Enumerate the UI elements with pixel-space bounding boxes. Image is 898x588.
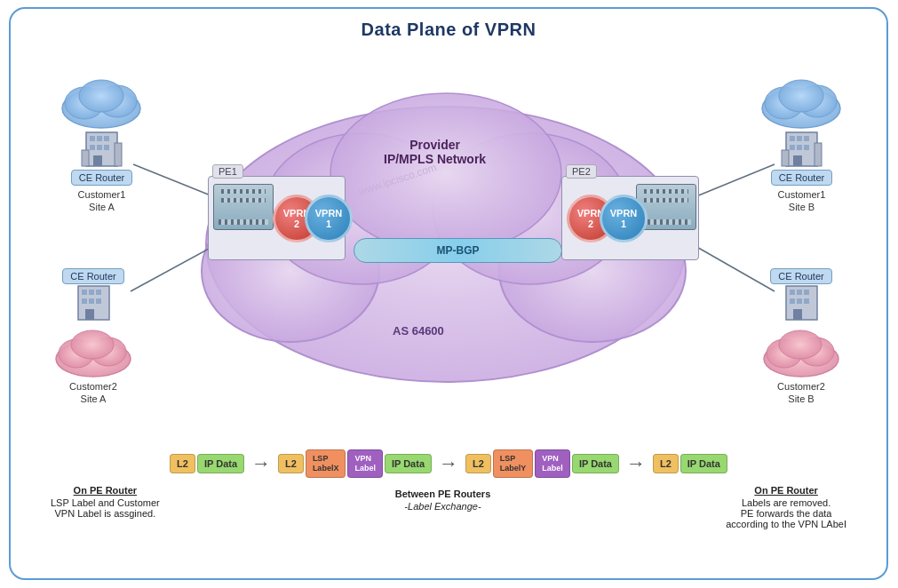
svg-rect-19: [115, 143, 122, 166]
pkt3-ipdata: IP Data: [572, 454, 619, 473]
ce-bottom-left-label: CE Router: [62, 268, 123, 284]
svg-rect-45: [815, 143, 822, 166]
svg-rect-12: [97, 136, 102, 141]
svg-rect-41: [797, 145, 802, 150]
svg-rect-49: [804, 290, 809, 295]
packet1: L2 IP Data: [170, 454, 244, 473]
arrow2: →: [439, 452, 458, 475]
svg-rect-18: [82, 150, 89, 166]
ce-bottom-right-pink-cloud: [761, 329, 841, 377]
arrow1: →: [251, 452, 271, 475]
svg-point-5: [330, 93, 561, 253]
c2-site-b-label: Customer2Site B: [777, 380, 825, 406]
ce-top-left-building: [77, 125, 126, 168]
pkt3-vpn: VPNLabel: [535, 449, 570, 478]
main-container: Data Plane of VPRN Provider IP/MPLS Netw…: [9, 7, 888, 580]
pkt2-ipdata: IP Data: [385, 454, 432, 473]
svg-rect-42: [804, 145, 809, 150]
ce-bottom-right-building: [777, 284, 826, 327]
svg-rect-13: [104, 136, 109, 141]
ce-bottom-left-group: CE Router Customer2Site A: [53, 266, 133, 406]
svg-rect-39: [804, 136, 809, 141]
svg-point-57: [779, 330, 822, 359]
pkt4-l2: L2: [653, 454, 679, 473]
svg-rect-15: [97, 145, 102, 150]
packet4: L2 IP Data: [653, 454, 727, 473]
svg-rect-38: [797, 136, 802, 141]
svg-rect-48: [797, 290, 802, 295]
ce-top-left-group: CE Router Customer1Site A: [60, 78, 144, 214]
c2-site-a-label: Customer2Site A: [69, 380, 117, 406]
svg-point-31: [71, 330, 114, 359]
flow-label-1: On PE Router LSP Label and Customer VPN …: [51, 485, 160, 519]
pe1-box: PE1 VPRN2 VPRN1: [208, 176, 346, 260]
flow-labels-row: On PE Router LSP Label and Customer VPN …: [24, 485, 873, 529]
svg-rect-23: [96, 290, 101, 295]
pe2-label: PE2: [566, 164, 597, 179]
svg-rect-24: [82, 298, 87, 304]
page-title: Data Plane of VPRN: [11, 9, 886, 40]
pkt2-l2: L2: [278, 454, 304, 473]
ce-top-right-group: CE Router Customer1Site B: [759, 78, 844, 214]
ce-bottom-left-building: [69, 284, 118, 327]
svg-point-35: [779, 80, 823, 112]
svg-rect-53: [793, 309, 802, 320]
packet2: L2 LSPLabelX VPNLabel IP Data: [278, 449, 432, 478]
ce-top-left-label: CE Router: [71, 170, 132, 186]
svg-rect-22: [89, 290, 94, 295]
c1-site-a-label: Customer1Site A: [78, 188, 126, 214]
pkt4-ipdata: IP Data: [680, 454, 727, 473]
pe1-label: PE1: [212, 164, 243, 179]
pkt1-ipdata: IP Data: [197, 454, 244, 473]
flow-label-2: Between PE Routers -Label Exchange-: [395, 489, 491, 512]
svg-rect-25: [89, 298, 94, 304]
pe2-box: PE2 VPRN2 VPRN1: [561, 176, 699, 260]
svg-rect-17: [93, 155, 102, 166]
svg-rect-50: [790, 298, 795, 304]
svg-rect-37: [790, 136, 795, 141]
as-label: AS 64600: [393, 324, 444, 338]
packet-flow-section: L2 IP Data → L2 LSPLabelX VPNLabel IP Da…: [24, 445, 873, 565]
ce-top-right-building: [777, 125, 826, 168]
svg-rect-21: [82, 290, 87, 295]
pe1-vprn1-circle: VPRN1: [305, 195, 353, 242]
pe2-vprn1-circle: VPRN1: [600, 195, 648, 242]
packet3: L2 LSPLabelY VPNLabel IP Data: [465, 449, 619, 478]
c1-site-b-label: Customer1Site B: [778, 188, 826, 214]
svg-rect-52: [804, 298, 809, 304]
pkt2-lspx: LSPLabelX: [306, 449, 346, 478]
svg-point-9: [79, 80, 123, 112]
ce-top-right-cloud: [759, 78, 844, 130]
svg-rect-14: [90, 145, 95, 150]
svg-rect-27: [85, 309, 94, 320]
svg-rect-26: [96, 298, 101, 304]
ce-top-left-cloud: [60, 78, 144, 130]
svg-rect-44: [782, 150, 789, 166]
ce-bottom-right-label: CE Router: [770, 268, 831, 284]
pkt1-l2: L2: [170, 454, 195, 473]
pkt2-vpn: VPNLabel: [347, 449, 383, 478]
ce-bottom-left-pink-cloud: [53, 329, 133, 377]
svg-rect-43: [793, 155, 802, 166]
pe1-router-device: [213, 184, 274, 230]
ce-bottom-right-group: CE Router Customer2Site B: [761, 266, 841, 406]
ce-top-right-label: CE Router: [771, 170, 832, 186]
svg-rect-47: [790, 290, 795, 295]
pkt3-l2: L2: [465, 454, 491, 473]
flow-label-3: On PE Router Labels are removed. PE forw…: [726, 485, 846, 529]
arrow3: →: [626, 452, 646, 475]
svg-rect-16: [104, 145, 109, 150]
svg-rect-51: [797, 298, 802, 304]
svg-rect-40: [790, 145, 795, 150]
pkt3-lspy: LSPLabelY: [493, 449, 534, 478]
svg-rect-11: [90, 136, 95, 141]
mpbgp-line: MP-BGP: [354, 238, 562, 263]
packet-flow-row: L2 IP Data → L2 LSPLabelX VPNLabel IP Da…: [24, 449, 873, 478]
